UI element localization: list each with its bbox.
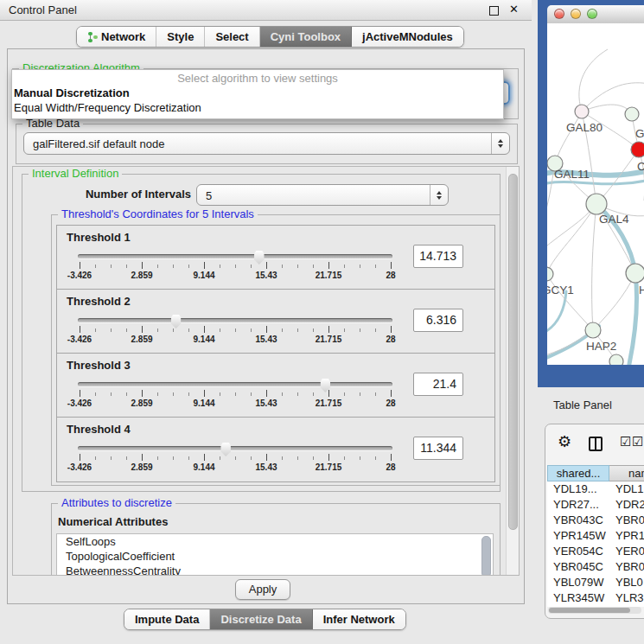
network-node-hap2[interactable] xyxy=(585,322,601,338)
network-node[interactable] xyxy=(609,354,623,365)
cell-name[interactable]: YDR2 xyxy=(609,497,644,513)
network-edge[interactable] xyxy=(547,204,596,274)
threshold-slider[interactable]: -3.4262.8599.14415.4321.71528 xyxy=(80,250,391,284)
tab-network[interactable]: Network xyxy=(77,27,156,47)
tick-mark xyxy=(297,456,298,460)
network-edge-highlighted[interactable] xyxy=(629,273,637,364)
threshold-slider[interactable]: -3.4262.8599.14415.4321.71528 xyxy=(80,442,391,476)
checkbox-checked-icon-1[interactable]: ☑ xyxy=(620,435,631,448)
tick-mark xyxy=(360,265,360,268)
scale-tick-label: -3.426 xyxy=(67,335,92,344)
table-horizontal-scrollbar[interactable] xyxy=(548,607,641,614)
network-node-gal4[interactable] xyxy=(586,194,607,214)
spinner-stepper-icon[interactable] xyxy=(430,185,448,205)
node-attribute-table[interactable]: shared... name YDL19...YDL1YDR27...YDR2Y… xyxy=(547,465,644,607)
close-icon[interactable]: ✕ xyxy=(509,3,519,16)
cell-name[interactable]: YPR1 xyxy=(609,528,644,544)
network-canvas[interactable]: GAL80GAL7CGAL11GAL4GCY1HHAP2 xyxy=(547,23,644,365)
zoom-traffic-light-icon[interactable] xyxy=(587,9,597,19)
tab-infer-network[interactable]: Infer Network xyxy=(313,609,405,629)
network-edge[interactable] xyxy=(582,83,644,112)
network-node-gal80[interactable] xyxy=(575,105,589,118)
algorithm-option[interactable]: Manual Discretization xyxy=(14,86,501,101)
threshold-slider[interactable]: -3.4262.8599.14415.4321.71528 xyxy=(80,378,391,412)
table-horizontal-scrollbar-thumb[interactable] xyxy=(549,608,630,613)
table-data-combo[interactable]: galFiltered.sif default node xyxy=(23,132,510,155)
table-row[interactable]: YBR045CYBR0 xyxy=(547,559,644,575)
cell-name[interactable]: YBR0 xyxy=(609,559,644,575)
slider-track[interactable] xyxy=(78,446,392,450)
attribute-list-item[interactable]: SelfLoops xyxy=(57,534,493,549)
tab-jactivemnodules[interactable]: jActiveMNodules xyxy=(352,27,463,47)
tab-style[interactable]: Style xyxy=(156,27,205,47)
tab-discretize-data[interactable]: Discretize Data xyxy=(210,609,312,629)
algorithm-option[interactable]: Equal Width/Frequency Discretization xyxy=(14,101,501,116)
network-node[interactable] xyxy=(625,107,639,121)
network-edge[interactable] xyxy=(593,273,635,330)
table-row[interactable]: YBL079WYBL0 xyxy=(547,575,644,590)
network-edge[interactable] xyxy=(582,105,632,114)
cell-shared-name[interactable]: YER054C xyxy=(547,544,609,559)
slider-track[interactable] xyxy=(78,254,392,258)
tick-mark xyxy=(188,265,189,268)
table-row[interactable]: YBR043CYBR0 xyxy=(547,513,644,528)
cell-shared-name[interactable]: YLR345W xyxy=(547,590,609,606)
combo-stepper-icon[interactable] xyxy=(491,133,509,154)
table-row[interactable]: YDL19...YDL1 xyxy=(547,481,644,497)
network-node-gcy1[interactable] xyxy=(547,267,553,281)
column-header-name[interactable]: name xyxy=(609,465,644,481)
network-node[interactable] xyxy=(626,264,644,283)
attribute-list-item[interactable]: BetweennessCentrality xyxy=(57,564,493,576)
vertical-scrollbar[interactable] xyxy=(506,167,519,575)
algorithm-placeholder-item[interactable]: Select algorithm to view settings xyxy=(12,72,503,85)
tick-mark xyxy=(235,392,236,396)
network-edge-highlighted[interactable] xyxy=(547,291,566,335)
table-row[interactable]: YPR145WYPR1 xyxy=(547,528,644,544)
cell-name[interactable]: YBL0 xyxy=(609,575,644,590)
tab-cyni-toolbox[interactable]: Cyni Toolbox xyxy=(260,27,352,47)
cell-name[interactable]: YBR0 xyxy=(609,513,644,528)
threshold-value-field[interactable]: 14.713 xyxy=(413,245,463,268)
tab-impute-data[interactable]: Impute Data xyxy=(124,609,210,629)
slider-track[interactable] xyxy=(78,382,392,386)
settings-gear-icon[interactable]: ⚙ xyxy=(558,434,571,450)
cell-shared-name[interactable]: YBR045C xyxy=(547,559,609,575)
cell-name[interactable]: YER0 xyxy=(609,544,644,559)
threshold-value-field[interactable]: 11.344 xyxy=(413,437,463,460)
threshold-value-field[interactable]: 21.4 xyxy=(413,373,463,396)
attribute-list-item[interactable]: TopologicalCoefficient xyxy=(57,549,493,564)
cell-shared-name[interactable]: YDR27... xyxy=(547,497,609,513)
tick-mark xyxy=(173,265,174,268)
table-row[interactable]: YLR345WYLR3 xyxy=(547,590,644,606)
close-traffic-light-icon[interactable] xyxy=(554,9,564,19)
minimize-traffic-light-icon[interactable] xyxy=(571,9,581,19)
list-scrollbar[interactable] xyxy=(481,536,491,576)
cell-shared-name[interactable]: YDL19... xyxy=(547,481,609,497)
table-data-combo-value: galFiltered.sif default node xyxy=(33,133,488,155)
network-edge[interactable] xyxy=(547,274,593,330)
cell-shared-name[interactable]: YBR043C xyxy=(547,513,609,528)
cell-shared-name[interactable]: YBL079W xyxy=(547,575,609,590)
table-row[interactable]: YDR27...YDR2 xyxy=(547,497,644,513)
cell-shared-name[interactable]: YPR145W xyxy=(547,528,609,544)
threshold-slider[interactable]: -3.4262.8599.14415.4321.71528 xyxy=(80,314,391,348)
numerical-attributes-list[interactable]: SelfLoopsTopologicalCoefficientBetweenne… xyxy=(56,533,494,576)
network-edge[interactable] xyxy=(579,49,608,112)
column-layout-icon[interactable] xyxy=(589,437,603,451)
table-row[interactable]: YER054CYER0 xyxy=(547,544,644,559)
network-edge[interactable] xyxy=(555,112,582,163)
number-of-intervals-spinner[interactable]: 5 xyxy=(196,184,449,206)
apply-button[interactable]: Apply xyxy=(235,579,290,600)
column-header-shared[interactable]: shared... xyxy=(547,465,609,481)
threshold-value-field[interactable]: 6.316 xyxy=(413,309,463,332)
slider-track[interactable] xyxy=(78,318,392,322)
checkbox-checked-icon-2[interactable]: ☑ xyxy=(632,435,643,448)
tab-select[interactable]: Select xyxy=(205,27,259,47)
cell-name[interactable]: YDL1 xyxy=(609,481,644,497)
cell-name[interactable]: YLR3 xyxy=(609,590,644,606)
network-node[interactable] xyxy=(631,142,644,157)
scale-tick-label: -3.426 xyxy=(67,462,92,472)
network-edge[interactable] xyxy=(592,204,596,330)
float-window-icon[interactable] xyxy=(489,6,499,16)
vertical-scrollbar-thumb[interactable] xyxy=(508,174,518,530)
